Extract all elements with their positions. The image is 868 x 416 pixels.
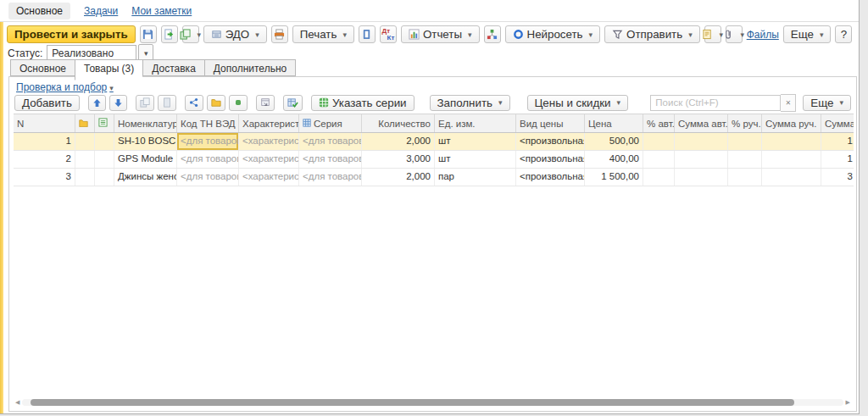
- cell-n[interactable]: 2: [14, 151, 75, 168]
- table-more-button[interactable]: Еще: [803, 95, 851, 111]
- table-row[interactable]: 3Джинсы женские...<для товаров><характер…: [14, 169, 854, 186]
- cell-info[interactable]: [95, 133, 114, 150]
- search-clear-button[interactable]: [781, 94, 796, 112]
- neural-button[interactable]: Нейросеть: [505, 25, 601, 43]
- nav-item-tasks[interactable]: Задачи: [84, 5, 118, 17]
- cell-characteristic[interactable]: <характеристики...: [239, 133, 299, 150]
- files-link[interactable]: Файлы: [747, 29, 779, 41]
- help-button[interactable]: ?: [835, 25, 852, 43]
- structure-button[interactable]: [484, 25, 501, 43]
- column-header-unit[interactable]: Ед. изм.: [435, 114, 516, 132]
- fill-button[interactable]: Заполнить: [430, 95, 510, 111]
- cell-tnved[interactable]: <для товаров>: [177, 151, 239, 168]
- nav-item-main[interactable]: Основное: [8, 3, 70, 19]
- reports-button[interactable]: Отчеты: [401, 25, 480, 43]
- cell-pct_auto[interactable]: [643, 151, 675, 168]
- cell-pct_manual[interactable]: [728, 169, 762, 186]
- cell-price_kind[interactable]: <произвольная>: [516, 151, 585, 168]
- cell-characteristic[interactable]: <характеристики...: [239, 151, 299, 168]
- create-based-on-button[interactable]: [182, 25, 199, 43]
- print-icon-button[interactable]: [271, 25, 288, 43]
- column-header-price_kind[interactable]: Вид цены: [516, 114, 585, 132]
- column-header-characteristic[interactable]: Характеристика: [239, 114, 299, 132]
- cell-pct_manual[interactable]: [728, 151, 762, 168]
- scrollbar-thumb[interactable]: [31, 399, 793, 406]
- cell-sum_auto[interactable]: [675, 169, 728, 186]
- cell-series[interactable]: <для товаров>: [299, 133, 362, 150]
- cell-sum[interactable]: 1: [821, 133, 854, 150]
- column-header-sum_auto[interactable]: Сумма авт.: [675, 114, 728, 132]
- more-button[interactable]: Еще: [783, 25, 832, 43]
- journal-button[interactable]: [359, 25, 376, 43]
- delete-row-button[interactable]: [158, 95, 176, 111]
- column-header-quantity[interactable]: Количество: [362, 114, 435, 132]
- cell-n[interactable]: 1: [14, 133, 75, 150]
- column-header-info[interactable]: [95, 114, 114, 132]
- cell-marker[interactable]: [75, 169, 95, 186]
- attachments-button[interactable]: [726, 25, 743, 43]
- cell-nomenclature[interactable]: Джинсы женские...: [114, 169, 177, 186]
- nav-item-notes[interactable]: Мои заметки: [131, 5, 192, 17]
- table-row[interactable]: 1SH-10 BOSCH 3...<для товаров><характери…: [14, 133, 854, 151]
- move-down-button[interactable]: [109, 95, 127, 111]
- cell-price[interactable]: 400,00: [585, 151, 643, 168]
- cell-unit[interactable]: шт: [435, 133, 516, 150]
- tasks-button[interactable]: [704, 25, 721, 43]
- cell-quantity[interactable]: 3,000: [362, 151, 435, 168]
- cell-unit[interactable]: шт: [435, 151, 516, 168]
- column-header-sum[interactable]: Сумма: [821, 114, 854, 132]
- cell-marker[interactable]: [75, 151, 95, 168]
- scroll-right-icon[interactable]: ▶: [846, 398, 850, 406]
- cell-pct_auto[interactable]: [643, 169, 675, 186]
- tab-main[interactable]: Основное: [10, 59, 75, 76]
- copy-row-button[interactable]: [136, 95, 154, 111]
- column-header-pct_manual[interactable]: % руч.: [728, 114, 762, 132]
- cell-info[interactable]: [95, 151, 114, 168]
- cell-info[interactable]: [95, 169, 114, 186]
- share-button[interactable]: [185, 95, 203, 111]
- table-row[interactable]: 2GPS Module HL6...<для товаров><характер…: [14, 151, 854, 169]
- tab-delivery[interactable]: Доставка: [142, 59, 204, 76]
- cell-quantity[interactable]: 2,000: [362, 169, 435, 186]
- cell-price_kind[interactable]: <произвольная>: [516, 169, 585, 186]
- cell-sum_manual[interactable]: [762, 151, 821, 168]
- cell-nomenclature[interactable]: SH-10 BOSCH 3...: [114, 133, 177, 150]
- move-up-button[interactable]: [88, 95, 106, 111]
- cell-price[interactable]: 1 500,00: [585, 169, 643, 186]
- column-header-sum_manual[interactable]: Сумма руч.: [762, 114, 821, 132]
- cell-price[interactable]: 500,00: [585, 133, 643, 150]
- column-header-n[interactable]: N: [14, 114, 75, 132]
- save-button[interactable]: [140, 25, 157, 43]
- scroll-left-icon[interactable]: ◀: [15, 398, 19, 406]
- prices-discounts-button[interactable]: Цены и скидки: [527, 95, 629, 111]
- column-header-tnved[interactable]: Код ТН ВЭД: [177, 114, 239, 132]
- edo-button[interactable]: ЭДО: [203, 25, 267, 43]
- cell-sum[interactable]: 3: [821, 169, 854, 186]
- cell-sum_auto[interactable]: [675, 151, 728, 168]
- specify-series-button[interactable]: Указать серии: [311, 95, 415, 111]
- scrollbar-track[interactable]: [22, 399, 843, 406]
- cell-nomenclature[interactable]: GPS Module HL6...: [114, 151, 177, 168]
- cell-marker[interactable]: [75, 133, 95, 150]
- column-header-marker[interactable]: [75, 114, 95, 132]
- cell-n[interactable]: 3: [14, 169, 75, 186]
- cell-tnved[interactable]: <для товаров>: [177, 133, 239, 150]
- print-menu-button[interactable]: Печать: [292, 25, 354, 43]
- cell-characteristic[interactable]: <характеристики...: [239, 169, 299, 186]
- cell-sum_manual[interactable]: [762, 169, 821, 186]
- cell-pct_manual[interactable]: [728, 133, 762, 150]
- column-header-nomenclature[interactable]: Номенклатура: [114, 114, 177, 132]
- folder-button[interactable]: [207, 95, 225, 111]
- cell-sum_manual[interactable]: [762, 133, 821, 150]
- marker-button[interactable]: [229, 95, 248, 111]
- search-input[interactable]: [650, 95, 781, 111]
- column-header-series[interactable]: Серия: [299, 114, 362, 132]
- column-header-price[interactable]: Цена: [585, 114, 643, 132]
- cell-series[interactable]: <для товаров>: [299, 151, 362, 168]
- cell-tnved[interactable]: <для товаров>: [177, 169, 239, 186]
- open-button[interactable]: [256, 95, 275, 111]
- add-row-button[interactable]: Добавить: [14, 95, 80, 111]
- send-button[interactable]: Отправить: [604, 25, 700, 43]
- horizontal-scrollbar[interactable]: ◀ ▶: [15, 398, 850, 406]
- cell-pct_auto[interactable]: [643, 133, 675, 150]
